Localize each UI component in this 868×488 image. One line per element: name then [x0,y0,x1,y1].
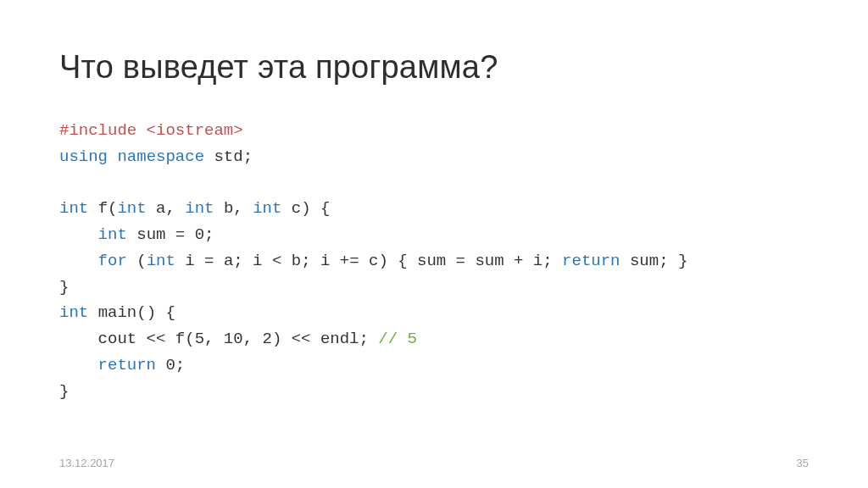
token-op: , [233,199,253,218]
token-ident: a [156,199,165,218]
token-preprocessor: #include <iostream> [59,121,243,140]
token-number: 0 [165,356,175,374]
token-op: ; [243,147,253,166]
token-op: = [165,225,194,244]
footer-page-number: 35 [797,457,809,469]
code-block: #include <iostream> using namespace std;… [59,118,809,404]
slide-footer: 13.12.2017 35 [59,457,809,469]
indent [59,330,98,348]
token-type: int [147,252,175,270]
slide-title: Что выведет эта программа? [59,49,809,86]
indent [59,356,98,374]
token-type: int [185,199,214,218]
token-type: int [59,199,88,218]
token-keyword: namespace [117,147,204,166]
token-type: int [253,199,281,218]
token-ident: std [214,147,242,166]
token-op: , [165,199,185,218]
token-keyword: return [562,252,620,270]
code-line-2: using namespace std; [59,147,253,166]
token-ident: f [98,199,108,218]
token-op: ( [108,199,117,218]
code-line-8: int main() { [59,303,175,322]
footer-date: 13.12.2017 [59,457,114,469]
code-line-11: } [59,382,69,401]
code-line-7: } [59,278,69,297]
token-type: int [98,225,127,244]
code-line-9: cout << f(5, 10, 2) << endl; // 5 [59,330,417,348]
code-line-6: for (int i = a; i < b; i += c) { sum = s… [59,252,687,270]
token-keyword: return [98,356,156,374]
slide: Что выведет эта программа? #include <ios… [0,0,868,488]
token-ident: c [292,199,301,218]
token-type: int [117,199,146,218]
code-line-1: #include <iostream> [59,121,243,140]
token-keyword: using [59,147,108,166]
code-line-4: int f(int a, int b, int c) { [59,199,330,218]
token-comment: // 5 [378,330,417,348]
token-type: int [59,303,88,322]
token-ident: main [98,303,137,322]
token-ident: sum [136,225,165,244]
code-line-5: int sum = 0; [59,225,214,244]
code-line-10: return 0; [59,356,185,374]
token-ident: b [224,199,233,218]
token-keyword: for [98,252,127,270]
token-number: 0 [195,225,204,244]
token-op: ; [204,225,214,244]
token-op: ) { [301,199,330,218]
indent [59,252,98,270]
indent [59,225,98,244]
